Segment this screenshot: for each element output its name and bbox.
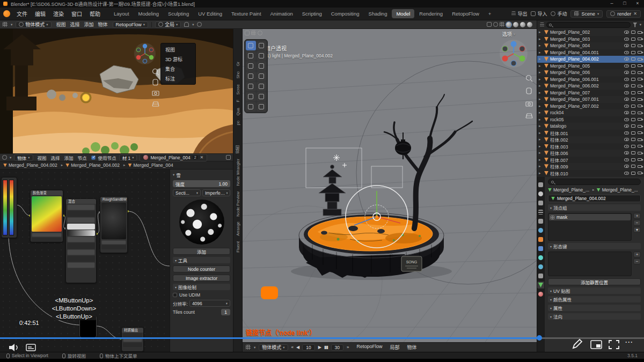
sidebar-tab[interactable]: Scree	[235, 83, 241, 97]
workspace-tab[interactable]: Modeling	[134, 9, 164, 18]
pause-button[interactable]: ▮▮	[324, 345, 328, 350]
shading-wireframe-icon[interactable]	[506, 22, 511, 27]
outliner-row[interactable]: ▸ Merged_Plane_007.002	[537, 103, 644, 110]
object-data-name-field[interactable]: Merged_Plane_004.002	[548, 195, 641, 202]
viewport-menu-item[interactable]: 选择	[69, 21, 82, 28]
properties-search-input[interactable]	[548, 179, 641, 185]
remove-item-button[interactable]: −	[633, 258, 641, 264]
disable-viewport-icon[interactable]	[631, 71, 635, 74]
hide-eye-icon[interactable]	[624, 71, 629, 74]
timeline-editor-icon[interactable]	[246, 345, 251, 350]
popup-menu-item[interactable]: 3D 游标	[161, 54, 195, 64]
select-box-tool[interactable]	[257, 41, 267, 50]
workspace-tab[interactable]: Animation	[266, 9, 297, 18]
popup-menu-item[interactable]: 集合	[161, 64, 195, 73]
vertex-group-item[interactable]: mask	[549, 214, 631, 220]
editor-corner-icon[interactable]	[245, 31, 250, 35]
properties-tab[interactable]	[537, 190, 545, 197]
workspace-tab[interactable]: +	[484, 9, 496, 18]
material-slot-dropdown[interactable]: 材 1▾	[119, 154, 137, 161]
outliner-row[interactable]: ▸ 柱体.009	[537, 163, 644, 170]
outliner-search-input[interactable]	[546, 22, 631, 28]
disable-viewport-icon[interactable]	[631, 64, 635, 68]
outliner-row[interactable]: ▸ Merged_Plane_003	[537, 36, 644, 43]
workspace-tab[interactable]: Rendering	[415, 9, 447, 18]
disable-viewport-icon[interactable]	[631, 118, 635, 121]
disable-render-icon[interactable]	[638, 105, 642, 107]
close-icon[interactable]: ✕	[200, 155, 204, 160]
disable-viewport-icon[interactable]	[631, 38, 635, 41]
viewport-menu-item[interactable]: 物体	[97, 21, 109, 28]
workspace-tab[interactable]: UV Editing	[194, 9, 226, 18]
outliner-row[interactable]: ▸ 柱体.010	[537, 170, 644, 177]
hide-eye-icon[interactable]	[624, 98, 629, 101]
hide-eye-icon[interactable]	[624, 64, 629, 68]
hide-eye-icon[interactable]	[624, 111, 629, 114]
hide-eye-icon[interactable]	[624, 138, 629, 141]
breadcrumb-item[interactable]: Merged_Plane_004.002	[3, 162, 63, 168]
add-item-button[interactable]: +	[633, 213, 641, 219]
hide-eye-icon[interactable]	[624, 131, 629, 135]
shading-solid-icon[interactable]	[513, 22, 518, 27]
disable-render-icon[interactable]	[638, 158, 642, 161]
outliner-row[interactable]: ▸ Merged_Plane_007	[537, 90, 644, 97]
disclosure-icon[interactable]: ▸	[539, 97, 543, 101]
disclosure-icon[interactable]: ▸	[539, 43, 543, 48]
outliner-row[interactable]: ▸ 柱体.006	[537, 150, 644, 157]
hide-eye-icon[interactable]	[624, 31, 629, 34]
settings-tool[interactable]	[257, 102, 267, 112]
editor-type-icon[interactable]	[3, 22, 8, 27]
disable-viewport-icon[interactable]	[631, 84, 635, 87]
disclosure-icon[interactable]: ▸	[539, 104, 543, 108]
disable-viewport-icon[interactable]	[631, 145, 635, 148]
brush-tool[interactable]	[246, 102, 256, 112]
viewport-menu-item[interactable]: 视图	[55, 21, 68, 28]
disable-render-icon[interactable]	[638, 152, 642, 154]
strength-slider[interactable]: 强度1.00	[173, 180, 230, 187]
properties-tab[interactable]	[537, 245, 545, 252]
cursor-tool[interactable]	[246, 51, 256, 61]
disable-viewport-icon[interactable]	[631, 165, 635, 168]
menu-item[interactable]: 编辑	[31, 9, 49, 19]
add-button[interactable]: 添加	[173, 248, 230, 255]
workspace-tab[interactable]: Model	[392, 9, 414, 18]
outliner-row[interactable]: ▸ Merged_Plane_004	[537, 42, 644, 49]
timeline-mode-dropdown[interactable]: 物体模式▾	[259, 344, 288, 351]
texture-preview-sphere[interactable]	[179, 200, 224, 245]
image-node[interactable]	[79, 315, 97, 338]
shader-node-canvas[interactable]: 颜色渐变 混合 RoughSandBW 材质输出 ▾雪 强度1.00 Secti…	[0, 169, 233, 352]
scale-tool[interactable]	[257, 61, 267, 71]
properties-tab[interactable]	[537, 200, 545, 206]
node-menu-item[interactable]: 视图	[36, 154, 48, 161]
chevron-down-icon[interactable]: ▾	[640, 23, 641, 27]
hide-eye-icon[interactable]	[624, 118, 629, 121]
image-extractor-button[interactable]: Image extractor	[173, 275, 230, 282]
outliner-row[interactable]: ▸ 柱体.002	[537, 136, 644, 143]
menu-item[interactable]: 窗口	[68, 9, 86, 19]
disable-render-icon[interactable]	[638, 131, 642, 134]
retopoflow-tool[interactable]	[257, 92, 267, 101]
disclosure-icon[interactable]: ▸	[539, 50, 543, 55]
outliner-row[interactable]: ▸ Merged_Plane_007.001	[537, 96, 644, 103]
disable-render-icon[interactable]	[638, 138, 642, 141]
sidebar-panel-header[interactable]: ▾雪	[173, 172, 230, 178]
hide-eye-icon[interactable]	[624, 91, 629, 94]
disclosure-icon[interactable]: ▸	[539, 144, 543, 149]
disable-viewport-icon[interactable]	[631, 57, 635, 61]
tools-section-header[interactable]: 工具	[173, 257, 230, 263]
disclosure-icon[interactable]: ▸	[539, 30, 543, 34]
disclosure-icon[interactable]: ▸	[539, 151, 543, 155]
disable-viewport-icon[interactable]	[631, 138, 635, 141]
tweak-tool[interactable]	[246, 41, 256, 50]
disable-render-icon[interactable]	[638, 58, 642, 61]
popup-menu-item[interactable]: 标注	[161, 73, 195, 83]
proportional-edit-icon[interactable]	[197, 22, 202, 27]
disable-render-icon[interactable]	[638, 38, 642, 40]
properties-tab[interactable]	[537, 272, 545, 279]
properties-tab[interactable]	[537, 236, 545, 243]
breadcrumb-item[interactable]: Merged_Plane_...	[548, 187, 595, 193]
disable-viewport-icon[interactable]	[631, 124, 635, 128]
outliner-row[interactable]: ▸ Merged_Plane_006.001	[537, 76, 644, 83]
tiles-count-field[interactable]: 1	[221, 309, 230, 315]
timeline-menu-item[interactable]: 物体	[406, 344, 419, 351]
